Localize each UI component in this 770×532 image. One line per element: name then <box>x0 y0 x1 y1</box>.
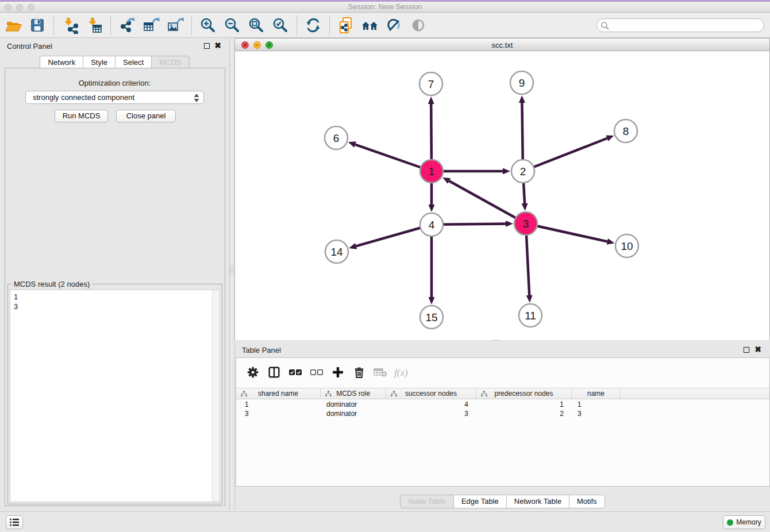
export-table-icon[interactable] <box>140 16 162 35</box>
result-scrollbar[interactable] <box>212 290 220 502</box>
save-session-icon[interactable] <box>26 16 48 35</box>
graph-node-label: 10 <box>621 240 633 252</box>
table-options-gear-icon[interactable] <box>242 363 263 381</box>
float-table-panel-icon[interactable] <box>744 347 749 353</box>
table-cell[interactable]: 3 <box>236 409 321 418</box>
import-network-from-file-icon[interactable] <box>59 16 81 35</box>
table-cell[interactable]: dominator <box>321 400 386 409</box>
function-builder-icon[interactable]: f(x) <box>391 363 412 381</box>
window-top-edge <box>0 0 770 2</box>
mcds-result-group: MCDS result (2 nodes) 13 <box>7 284 222 504</box>
graph-edge-2-8[interactable] <box>523 136 614 171</box>
tab-network-table[interactable]: Network Table <box>507 495 569 508</box>
run-mcds-button[interactable]: Run MCDS <box>55 110 108 122</box>
tab-edge-table[interactable]: Edge Table <box>454 495 507 508</box>
table-cell[interactable]: 1 <box>572 400 621 409</box>
open-session-icon[interactable] <box>2 16 24 35</box>
graph-edge-3-1[interactable] <box>442 178 526 223</box>
toolbar-separator <box>53 16 54 35</box>
delete-table-icon[interactable] <box>369 363 391 381</box>
close-panel-button[interactable]: Close panel <box>116 110 176 122</box>
clone-network-icon[interactable] <box>335 16 357 35</box>
graph-edge-4-14[interactable] <box>349 225 432 249</box>
toolbar-separator <box>191 16 192 35</box>
table-cell[interactable]: 1 <box>236 400 321 409</box>
show-graphics-details-icon[interactable] <box>383 16 405 35</box>
graph-edges <box>348 95 615 304</box>
zoom-selected-region-icon[interactable] <box>270 16 291 35</box>
apply-preferred-layout-icon[interactable] <box>302 16 324 35</box>
close-table-panel-icon[interactable]: ✖ <box>754 345 761 354</box>
select-all-columns-icon[interactable] <box>284 363 306 381</box>
graph-node-3[interactable]: 3 <box>514 212 537 235</box>
mcds-result-textarea[interactable]: 13 <box>10 290 220 502</box>
network-view-window: × − + scc.txt 7968124314101511 <box>234 38 770 340</box>
zoom-in-icon[interactable] <box>197 16 219 35</box>
table-row[interactable]: 3dominator323 <box>236 409 769 418</box>
unselect-all-columns-icon[interactable] <box>306 363 327 381</box>
graph-node-6[interactable]: 6 <box>325 126 348 149</box>
column-header-mcds-role[interactable]: MCDS role <box>321 388 386 399</box>
graph-node-8[interactable]: 8 <box>614 119 637 142</box>
tab-motifs[interactable]: Motifs <box>569 495 605 508</box>
graph-node-7[interactable]: 7 <box>419 72 442 95</box>
graph-node-label: 3 <box>523 218 529 230</box>
list-icon <box>9 518 20 527</box>
zoom-out-icon[interactable] <box>221 16 243 35</box>
column-header-predecessor-nodes[interactable]: predecessor nodes <box>476 388 572 399</box>
network-window-titlebar[interactable]: × − + scc.txt <box>235 38 769 51</box>
graph-edge-1-6[interactable] <box>348 141 432 171</box>
shared-column-icon <box>325 391 332 397</box>
task-history-button[interactable] <box>6 515 23 529</box>
delete-columns-trash-icon[interactable] <box>348 363 369 381</box>
column-header-name[interactable]: name <box>572 388 621 399</box>
export-image-icon[interactable] <box>164 16 186 35</box>
graph-node-11[interactable]: 11 <box>519 304 542 327</box>
float-panel-icon[interactable] <box>204 43 210 49</box>
graph-edge-3-10[interactable] <box>526 223 615 245</box>
zoom-fit-content-icon[interactable] <box>245 16 267 35</box>
close-panel-icon[interactable]: ✖ <box>214 41 221 50</box>
result-line: 1 <box>10 290 220 302</box>
table-cell[interactable]: 3 <box>386 409 476 418</box>
table-cell[interactable]: 1 <box>476 400 572 409</box>
table-row[interactable]: 1dominator411 <box>236 400 769 409</box>
graph-node-2[interactable]: 2 <box>511 160 534 183</box>
table-cell[interactable]: 3 <box>572 409 621 418</box>
search-field[interactable] <box>596 18 764 32</box>
show-columns-icon[interactable] <box>263 363 284 381</box>
first-neighbors-icon[interactable] <box>359 16 381 35</box>
memory-status-icon <box>727 519 733 526</box>
export-network-icon[interactable] <box>116 16 138 35</box>
search-input[interactable] <box>611 20 760 31</box>
memory-button[interactable]: Memory <box>723 515 765 529</box>
table-cell[interactable]: 2 <box>476 409 572 418</box>
graph-node-9[interactable]: 9 <box>510 71 533 94</box>
hide-network-eye-icon[interactable] <box>407 16 429 35</box>
column-header-label: predecessor nodes <box>494 390 553 398</box>
graph-node-4[interactable]: 4 <box>420 213 443 236</box>
graph-node-1[interactable]: 1 <box>420 160 443 183</box>
graph-node-14[interactable]: 14 <box>325 240 348 263</box>
column-header-label: MCDS role <box>336 390 370 398</box>
table-cell[interactable]: dominator <box>321 409 386 418</box>
tab-node-table[interactable]: Node Table <box>400 495 454 508</box>
graph-node-10[interactable]: 10 <box>615 234 638 257</box>
table-cell[interactable]: 4 <box>386 400 476 409</box>
import-table-from-file-icon[interactable] <box>83 16 105 35</box>
column-header-shared-name[interactable]: shared name <box>236 388 321 399</box>
column-header-successor-nodes[interactable]: successor nodes <box>386 388 476 399</box>
shared-column-icon <box>481 391 487 397</box>
graph-edge-4-3[interactable] <box>432 221 513 227</box>
graph-node-15[interactable]: 15 <box>420 306 443 329</box>
svg-text:f(x): f(x) <box>394 367 408 378</box>
create-column-icon[interactable] <box>327 363 348 381</box>
graph-node-label: 4 <box>429 219 435 231</box>
app-titlebar: Session: New Session <box>0 0 770 13</box>
criterion-dropdown[interactable]: strongly connected component <box>25 91 204 104</box>
network-view-title: scc.txt <box>235 41 769 49</box>
graph-node-label: 8 <box>623 125 629 137</box>
vertical-splitter-handle[interactable] <box>230 265 233 273</box>
network-canvas[interactable]: 7968124314101511 <box>235 51 769 340</box>
memory-label: Memory <box>736 518 761 526</box>
